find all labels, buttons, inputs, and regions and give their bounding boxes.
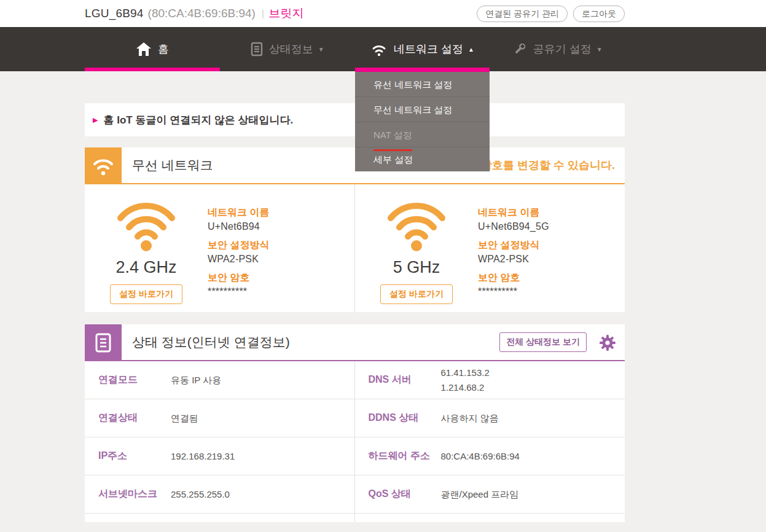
section-title: 무선 네트워크 [132,157,213,174]
menu-item-nat-settings[interactable]: NAT 설정 [355,122,490,147]
document-icon [251,42,263,57]
field-label: 보안 설정방식 [208,239,269,252]
menu-item-wired-network-settings[interactable]: 유선 네트워크 설정 [355,72,490,97]
settings-shortcut-button[interactable]: 설정 바로가기 [380,284,453,304]
top-header: LGU_6B94 (80:CA:4B:69:6B:94) | 브릿지 연결된 공… [0,0,766,27]
field-label: 보안 암호 [478,272,549,284]
wireless-section-note: 암호를 변경할 수 있습니다. [481,158,615,173]
view-all-status-button[interactable]: 전체 상태정보 보기 [499,332,587,352]
table-row: 하드웨어 주소 80:CA:4B:69:6B:94 [355,437,625,475]
status-table-right-column: DNS 서버 61.41.153.2 1.214.68.2 DDNS 상태 사용… [355,361,625,522]
field-label: 보안 암호 [208,272,269,284]
network-name-value: U+Net6B94 [208,221,269,232]
active-underline [85,68,220,71]
logout-button[interactable]: 로그아웃 [573,6,625,22]
status-section-header: 상태 정보(인터넷 연결정보) 전체 상태정보 보기 [85,324,625,361]
status-info-section: 상태 정보(인터넷 연결정보) 전체 상태정보 보기 연결모드 유동 IP 사용… [85,324,625,522]
row-label: 하드웨어 주소 [369,450,441,463]
row-value: 255.255.255.0 [171,487,230,501]
chevron-up-icon: ▲ [468,46,474,53]
row-value: 61.41.153.2 1.214.68.2 [441,366,490,394]
bridge-mode-label: 브릿지 [269,6,304,22]
table-row [85,514,354,522]
table-row: IP주소 192.168.219.31 [85,437,354,475]
band-name: 2.4 GHz [115,258,176,277]
device-name: LGU_6B94 [85,7,144,20]
row-label: DNS 서버 [369,374,441,386]
wireless-section-body: 2.4 GHz 설정 바로가기 네트워크 이름 U+Net6B94 보안 설정방… [85,184,625,312]
notice-text: 홈 IoT 동글이 연결되지 않은 상태입니다. [103,113,293,127]
row-label: 연결모드 [98,374,171,386]
nav-item-label: 공유기 설정 [533,42,592,57]
wrench-icon [512,42,527,57]
menu-item-label: 세부 설정 [373,154,413,165]
security-method-value: WPA2-PSK [478,254,549,265]
nav-item-home[interactable]: 홈 [85,27,220,71]
network-settings-dropdown: 유선 네트워크 설정 무선 네트워크 설정 NAT 설정 세부 설정 [355,68,490,171]
row-value: 192.168.219.31 [171,449,235,463]
wifi-signal-icon [386,201,447,254]
network-name-value: U+Net6B94_5G [478,221,549,232]
menu-item-label: 유선 네트워크 설정 [373,79,452,90]
dropdown-accent-bar [355,68,490,72]
settings-shortcut-button[interactable]: 설정 바로가기 [110,284,182,304]
status-table: 연결모드 유동 IP 사용 연결상태 연결됨 IP주소 192.168.219.… [85,361,625,522]
security-password-value: ********** [208,286,269,297]
home-icon [136,42,152,57]
wifi-icon [370,42,388,57]
chevron-down-icon: ▼ [596,46,603,53]
section-title: 상태 정보(인터넷 연결정보) [132,334,290,351]
menu-item-label: 무선 네트워크 설정 [373,104,452,115]
menu-item-detail-settings[interactable]: 세부 설정 [355,147,490,171]
table-row: DDNS 상태 사용하지 않음 [355,399,625,437]
security-password-value: ********** [478,286,549,297]
row-label: DDNS 상태 [369,412,441,424]
table-row: DNS 서버 61.41.153.2 1.214.68.2 [355,361,625,399]
row-value: 유동 IP 사용 [171,373,221,387]
device-mac-address: (80:CA:4B:69:6B:94) [148,7,256,20]
band-card-2-4ghz: 2.4 GHz 설정 바로가기 네트워크 이름 U+Net6B94 보안 설정방… [85,184,355,312]
nav-item-label: 상태정보 [269,42,313,57]
wifi-signal-icon [115,201,177,254]
nav-item-network-settings[interactable]: 네트워크 설정 ▲ [355,27,490,71]
menu-item-wireless-network-settings[interactable]: 무선 네트워크 설정 [355,97,490,122]
table-row [355,514,625,522]
notice-bullet-icon: ▶ [93,116,98,124]
gear-icon[interactable] [599,334,616,354]
field-label: 보안 설정방식 [478,239,549,252]
header-buttons: 연결된 공유기 관리 로그아웃 [477,6,625,22]
security-method-value: WPA2-PSK [208,254,269,265]
nav-item-label: 홈 [158,42,169,57]
manage-connected-routers-button[interactable]: 연결된 공유기 관리 [477,6,568,22]
band-card-5ghz: 5 GHz 설정 바로가기 네트워크 이름 U+Net6B94_5G 보안 설정… [355,184,625,312]
row-label: QoS 상태 [369,488,441,501]
dns-primary: 61.41.153.2 [441,366,490,380]
table-row: 서브넷마스크 255.255.255.0 [85,475,354,514]
row-value: 80:CA:4B:69:6B:94 [441,449,520,463]
document-section-icon [85,324,122,361]
wireless-network-section: 무선 네트워크 암호를 변경할 수 있습니다. 2.4 GHz 설정 바로가기 … [85,147,625,312]
row-label: 서브넷마스크 [98,488,171,501]
wifi-section-icon [85,147,122,184]
main-nav: 홈 상태정보 ▼ 네트워크 설정 ▲ 공유기 설정 ▼ [0,27,766,71]
row-label: IP주소 [98,450,171,463]
table-row: QoS 상태 광랜/Xpeed 프라임 [355,475,625,514]
field-label: 네트워크 이름 [478,206,549,219]
row-value: 연결됨 [171,411,198,425]
chevron-down-icon: ▼ [318,46,324,53]
band-name: 5 GHz [393,258,440,277]
nav-item-label: 네트워크 설정 [394,42,463,57]
status-table-left-column: 연결모드 유동 IP 사용 연결상태 연결됨 IP주소 192.168.219.… [85,361,355,522]
dns-secondary: 1.214.68.2 [441,380,490,394]
table-row: 연결모드 유동 IP 사용 [85,361,354,399]
nav-item-router-settings[interactable]: 공유기 설정 ▼ [490,27,625,71]
row-value: 광랜/Xpeed 프라임 [441,487,519,501]
menu-item-label: NAT 설정 [373,122,412,151]
dropdown-menu: 유선 네트워크 설정 무선 네트워크 설정 NAT 설정 세부 설정 [355,72,490,171]
title-separator: | [262,9,264,18]
field-label: 네트워크 이름 [208,206,269,219]
row-label: 연결상태 [98,412,171,424]
nav-item-status-info[interactable]: 상태정보 ▼ [220,27,355,71]
table-row: 연결상태 연결됨 [85,399,354,437]
row-value: 사용하지 않음 [441,411,499,425]
